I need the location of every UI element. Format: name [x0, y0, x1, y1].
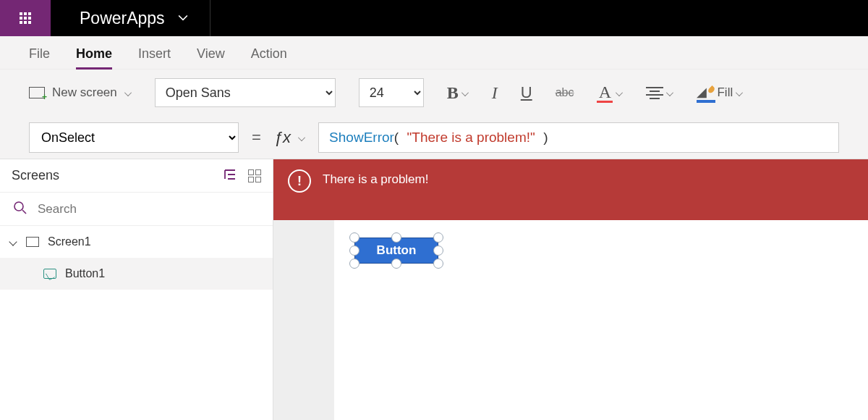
chevron-down-icon [666, 89, 673, 96]
formula-paren-open: ( [394, 130, 399, 146]
chevron-down-icon [461, 89, 469, 96]
screens-search-row [0, 193, 273, 226]
list-tree-icon [224, 169, 238, 180]
equals-label: = [252, 128, 261, 147]
chevron-down-icon [736, 89, 743, 96]
bold-button[interactable]: B [447, 83, 469, 103]
align-button[interactable] [646, 87, 673, 99]
chevron-down-icon [298, 134, 305, 141]
screen-icon [26, 237, 39, 247]
underline-button[interactable]: U [521, 83, 532, 102]
ribbon-home: New screen Open Sans 24 B I U abc A ◢ Fi… [0, 70, 868, 116]
paint-bucket-icon: ◢ [697, 84, 714, 101]
formula-input[interactable]: ShowError ( "There is a problem!" ) [318, 122, 839, 153]
resize-handle-bl[interactable] [349, 259, 359, 269]
app-name-label: PowerApps [80, 9, 165, 28]
fx-icon: ƒx [274, 128, 291, 147]
workspace: Screens Screen1 Button1 ! [0, 159, 868, 420]
tab-insert[interactable]: Insert [138, 46, 171, 69]
screens-panel-header: Screens [0, 159, 273, 193]
chevron-down-icon [124, 89, 132, 96]
resize-handle-tl[interactable] [349, 232, 359, 243]
new-screen-label: New screen [52, 85, 117, 100]
resize-handle-bc[interactable] [391, 259, 401, 269]
resize-handle-tc[interactable] [391, 232, 401, 243]
fill-button[interactable]: ◢ Fill [697, 84, 743, 101]
app-switcher-button[interactable]: PowerApps [51, 0, 210, 36]
align-icon [646, 87, 663, 99]
error-icon: ! [288, 169, 311, 193]
svg-line-1 [22, 210, 26, 214]
tab-view[interactable]: View [197, 46, 225, 69]
screens-search-input[interactable] [38, 202, 260, 217]
fill-label: Fill [717, 85, 733, 100]
formula-function-token: ShowError [329, 130, 394, 146]
new-screen-button[interactable]: New screen [29, 85, 132, 100]
resize-handle-tr[interactable] [433, 232, 443, 243]
font-color-icon: A [597, 83, 613, 103]
font-size-select[interactable]: 24 [359, 78, 424, 107]
design-canvas[interactable]: Button [334, 220, 868, 420]
titlebar: PowerApps [0, 0, 868, 36]
tree-item-screen[interactable]: Screen1 [0, 226, 273, 258]
resize-handle-br[interactable] [433, 259, 443, 269]
fx-button[interactable]: ƒx [274, 128, 305, 147]
tree-item-label: Button1 [65, 267, 105, 280]
thumbnail-view-button[interactable] [248, 169, 261, 182]
error-banner: ! There is a problem! [273, 159, 868, 220]
menu-tabs: File Home Insert View Action [0, 36, 868, 70]
tree-item-label: Screen1 [48, 235, 91, 248]
screens-panel: Screens Screen1 Button1 [0, 159, 273, 420]
tree-view-button[interactable] [224, 169, 238, 183]
underline-icon: U [521, 83, 532, 102]
resize-handle-mr[interactable] [433, 245, 443, 256]
formula-paren-close: ) [543, 130, 548, 146]
chevron-down-icon [616, 89, 623, 96]
selected-control[interactable]: Button [354, 238, 438, 264]
canvas-area: ! There is a problem! Button [273, 159, 868, 420]
svg-point-0 [14, 202, 23, 211]
tree-item-control[interactable]: Button1 [0, 258, 273, 290]
app-launcher-button[interactable] [0, 0, 51, 36]
strikethrough-button[interactable]: abc [556, 86, 574, 99]
resize-handle-ml[interactable] [349, 245, 359, 256]
formula-string-token: "There is a problem!" [407, 130, 535, 146]
strikethrough-icon: abc [556, 86, 574, 99]
chevron-down-icon [178, 14, 188, 22]
property-select[interactable]: OnSelect [29, 122, 239, 153]
screen-plus-icon [29, 87, 45, 98]
search-icon [13, 201, 27, 218]
font-color-button[interactable]: A [597, 83, 623, 103]
bold-icon: B [447, 83, 459, 103]
tab-action[interactable]: Action [251, 46, 287, 69]
tab-home[interactable]: Home [76, 46, 112, 69]
screens-panel-title: Screens [12, 168, 59, 183]
button-control-icon [43, 269, 56, 279]
button-text: Button [377, 243, 417, 258]
collapse-icon[interactable] [10, 239, 17, 245]
italic-button[interactable]: I [492, 83, 498, 103]
italic-icon: I [492, 83, 498, 103]
font-name-select[interactable]: Open Sans [155, 78, 336, 107]
tab-file[interactable]: File [29, 46, 50, 69]
error-message: There is a problem! [323, 169, 428, 187]
waffle-icon [20, 12, 31, 24]
formula-bar: OnSelect = ƒx ShowError ( "There is a pr… [0, 116, 868, 159]
